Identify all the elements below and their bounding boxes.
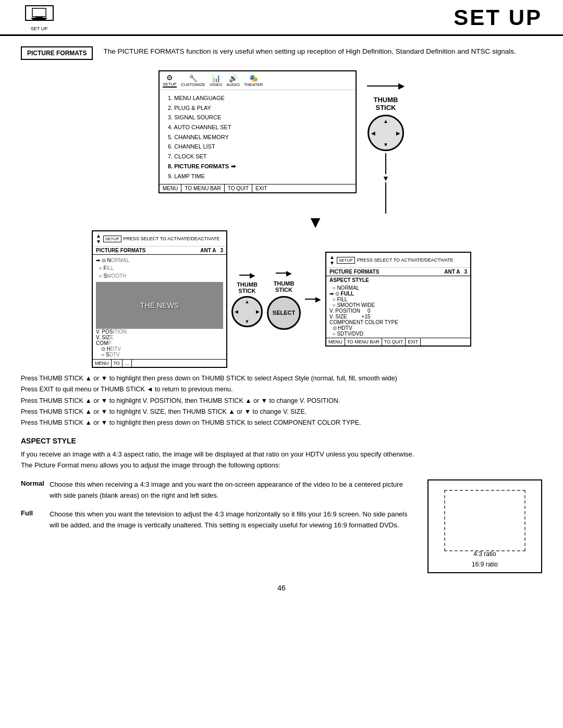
right-sdtv: ○ SDTV/DVD [329,331,467,337]
thumb-right-arrow: ▶ [396,130,400,136]
ratio-diagram: 4:3 ratio 16:9 ratio [427,479,542,573]
video-icon: 📊 [212,74,221,82]
menu-item-8: 8. PICTURE FORMATS ➡ [168,162,347,171]
select-button[interactable]: SELECT [267,296,301,330]
main-menu-box: ⚙ SETUP 🔧 CUSTOMIZE 📊 VIDEO 🔊 AUDIO [158,70,357,193]
svg-rect-1 [35,17,43,18]
right-setup-badge: SETUP [337,257,355,264]
format-text-col: Normal Choose this when receiving a 4:3 … [21,479,412,573]
format-full-desc: Choose this when you want the television… [50,509,412,531]
left-menu-items: ➡ ⊙ NORMAL ○ FILL ○ SMOOTH [96,256,223,280]
right-hdtv: ⊙ HDTV [329,325,467,331]
format-full: Full Choose this when you want the telev… [21,509,412,531]
down-connector-arrow: ▼ [382,174,389,182]
bar-to-menu-bar: TO MENU BAR [181,184,224,192]
bar-to-quit: TO QUIT [225,184,252,192]
instruction-4: Press THUMB STICK ▲ or ▼ to highlight V.… [21,406,542,417]
header-icon: SET UP [21,5,57,31]
thumb-left-arrow: ◀ [371,130,375,136]
left-item-fill: ○ FILL [96,264,223,272]
aspect-style-section: ASPECT STYLE If you receive an image wit… [21,437,542,573]
ratio-43-label: 4:3 ratio [473,550,496,558]
thumb-stick-label-mid1: THUMBSTICK [237,281,258,294]
right-sub-header: ASPECT STYLE [326,276,470,284]
pf-header: PICTURE FORMATS The PICTURE FORMATS func… [21,46,542,60]
instruction-5: Press THUMB STICK ▲ or ▼ to highlight th… [21,417,542,428]
audio-icon: 🔊 [229,74,238,82]
menu-item-9: 9. LAMP TIME [168,171,347,181]
menu-item-1: 1. MENU LANGUAGE [168,93,347,103]
tab-video: 📊 VIDEO [210,74,223,87]
right-panel-content: ○ NORMAL ➡ ⊙ FULL ○ FILL ○ SMOOTH WIDE V… [326,284,470,338]
right-panel: ▲ ▼ SETUP PRESS SELECT TO ACTIVATE/DEACT… [325,252,471,347]
format-normal: Normal Choose this when receiving a 4:3 … [21,479,412,501]
menu-tabs: ⚙ SETUP 🔧 CUSTOMIZE 📊 VIDEO 🔊 AUDIO [160,71,356,90]
right-bar-toquit: TO QUIT [382,338,406,346]
right-bar-tomenubar: TO MENU BAR [345,338,382,346]
header-setup-label: SET UP [31,26,47,31]
instruction-3: Press THUMB STICK ▲ or ▼ to highlight V.… [21,396,542,406]
left-panel-header: PICTURE FORMATS ANT A 3 [93,246,226,255]
right-bar-exit: EXIT [406,338,421,346]
left-connector [239,275,250,276]
image-placeholder: THE NEWS [96,282,223,329]
vertical-connector-2 [385,182,386,214]
bar-exit: EXIT [252,184,270,192]
tab-customize: 🔧 CUSTOMIZE [181,74,205,87]
vertical-connector [385,153,386,174]
left-panel-content: ➡ ⊙ NORMAL ○ FILL ○ SMOOTH THE NEWS V. P… [93,255,226,359]
left-item-aspect: ➡ ⊙ NORMAL [96,256,223,264]
left-panel-bar: MENU TO … [93,359,226,367]
menu-item-6: 6. CHANNEL LIST [168,142,347,152]
right-panel-bar: MENU TO MENU BAR TO QUIT EXIT [326,338,470,346]
tab-theater: 🎭 THEATER [244,74,263,87]
left-hdtv: ⊙ HDTV [96,346,223,352]
setup-icon: ⚙ [166,73,173,82]
left-bar-empty: … [123,360,132,367]
image-text: THE NEWS [140,301,179,310]
right-ant: ANT A 3 [444,269,467,275]
mid-left-arrow: ◀ [235,309,238,314]
right-pf-label: PICTURE FORMATS [329,269,379,275]
pf-badge: PICTURE FORMATS [21,46,93,60]
left-panel-top-label: PRESS SELECT TO ACTIVATE/DEACTIVATE [124,236,220,241]
format-normal-desc: Choose this when receiving a 4:3 image a… [50,479,412,501]
ratio-inner-box [444,490,525,551]
menu-item-2: 2. PLUG & PLAY [168,103,347,113]
left-item-smooth: ○ SMOOTH [96,272,223,280]
left-bar-menu: MENU [93,360,112,367]
left-vsize: V. SIZE [96,335,223,340]
thumb-stick-top[interactable]: ◀ ▶ [368,115,404,151]
right-panel-top-label: PRESS SELECT TO ACTIVATE/DEACTIVATE [357,257,454,263]
ratio-169-label: 16:9 ratio [472,561,498,568]
thumb-stick-mid[interactable]: ◀ ▶ [231,296,263,327]
right-component-color: COMPONENT COLOR TYPE [329,319,467,325]
right-arrow-connector: ▶ [315,295,321,303]
right-vposition: V. POSITION 0 [329,308,467,314]
right-panel-header: PICTURE FORMATS ANT A 3 [326,268,470,276]
format-normal-label: Normal [21,479,50,501]
format-full-label: Full [21,509,50,531]
top-thumb-section: ▶ THUMBSTICK ◀ ▶ ▼ [367,81,405,214]
customize-icon: 🔧 [189,74,198,82]
mid-connector [276,273,286,274]
left-vpos: V. POSITION [96,329,223,335]
mid-right-arrow: ▶ [256,309,260,314]
left-comp: COMP [96,340,223,346]
pf-description: The PICTURE FORMATS function is very use… [103,46,516,57]
right-item-smooth: ○ SMOOTH WIDE [329,302,467,308]
tab-setup: ⚙ SETUP [163,73,177,88]
menu-item-8-text: 8. PICTURE FORMATS [168,162,229,171]
right-panel-top: ▲ ▼ SETUP PRESS SELECT TO ACTIVATE/DEACT… [326,253,470,268]
instruction-1: Press THUMB STICK ▲ or ▼ to highlight th… [21,373,542,384]
left-panel-top: ▲ ▼ SETUP PRESS SELECT TO ACTIVATE/DEACT… [93,231,226,246]
connector-line-h [367,85,398,87]
aspect-intro: If you receive an image with a 4:3 aspec… [21,449,542,471]
tv-icon [25,5,54,21]
diagram-wrapper: ⚙ SETUP 🔧 CUSTOMIZE 📊 VIDEO 🔊 AUDIO [21,70,542,368]
menu-items-list: 1. MENU LANGUAGE 2. PLUG & PLAY 3. SIGNA… [160,90,356,184]
bottom-row: ▲ ▼ SETUP PRESS SELECT TO ACTIVATE/DEACT… [92,230,471,368]
theater-icon: 🎭 [249,74,258,82]
aspect-title: ASPECT STYLE [21,437,542,445]
page-number: 46 [21,584,542,592]
